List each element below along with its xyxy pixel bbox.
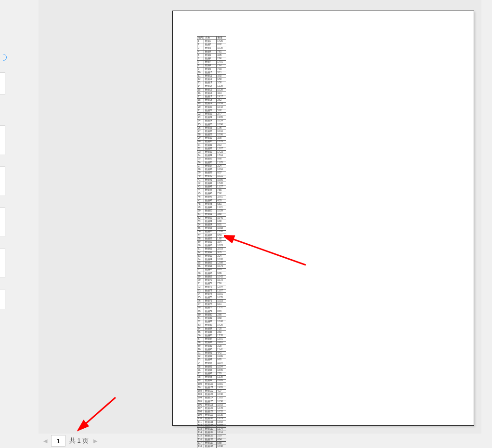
table-cell: 数据58 bbox=[204, 237, 217, 240]
table-cell: 2.24 bbox=[217, 164, 226, 168]
table-cell: 98 bbox=[197, 376, 204, 379]
table-cell: 数据33 bbox=[204, 151, 217, 154]
table-cell: 数据14 bbox=[204, 85, 217, 88]
table-cell: 2.24 bbox=[217, 254, 226, 258]
table-cell: 7.20 bbox=[217, 327, 226, 330]
table-cell: 数据92 bbox=[204, 355, 217, 358]
table-cell: 数据35 bbox=[204, 158, 217, 161]
table-cell: 14.20 bbox=[217, 324, 226, 327]
table-cell: 10.30 bbox=[217, 47, 226, 50]
table-cell: 23 bbox=[197, 116, 204, 119]
table-cell: 4.75 bbox=[217, 251, 226, 254]
table-cell: 114 bbox=[197, 431, 204, 435]
table-cell: 20 bbox=[197, 105, 204, 109]
table-cell: 36 bbox=[197, 161, 204, 164]
table-row: 65数据6512.60 bbox=[197, 262, 226, 265]
table-cell: 55 bbox=[197, 227, 204, 230]
table-cell: 77 bbox=[197, 303, 204, 306]
table-cell: 数据43 bbox=[204, 185, 217, 189]
table-cell: 数据70 bbox=[204, 279, 217, 282]
table-cell: 数据98 bbox=[204, 376, 217, 379]
table-cell: 10.92 bbox=[217, 403, 226, 407]
table-cell: 4.42 bbox=[217, 352, 226, 355]
table-cell: 数据65 bbox=[204, 262, 217, 265]
table-cell: 60 bbox=[197, 244, 204, 248]
table-cell: 数据2 bbox=[204, 43, 217, 47]
table-cell: 5.88 bbox=[217, 441, 226, 445]
table-row: 33数据3317.23 bbox=[197, 151, 226, 154]
table-row: 114数据11412.14 bbox=[197, 431, 226, 435]
table-cell: 10.68 bbox=[217, 320, 226, 324]
page-number-input[interactable] bbox=[51, 435, 65, 447]
table-cell: 10.06 bbox=[217, 133, 226, 137]
prev-page-button[interactable]: ◀ bbox=[41, 438, 49, 444]
table-row: 13数据135.50 bbox=[197, 81, 226, 85]
table-cell: 109 bbox=[197, 414, 204, 417]
table-cell: 15.72 bbox=[217, 279, 226, 282]
table-cell: 11.30 bbox=[217, 376, 226, 379]
table-cell: 数据24 bbox=[204, 119, 217, 123]
table-row: 84数据847.20 bbox=[197, 327, 226, 330]
table-cell: 数据31 bbox=[204, 144, 217, 147]
table-cell: 数据42 bbox=[204, 182, 217, 185]
table-cell: 79 bbox=[197, 310, 204, 313]
table-row: 66数据6615.73 bbox=[197, 265, 226, 268]
table-cell: 62 bbox=[197, 251, 204, 254]
table-cell: 106 bbox=[197, 403, 204, 407]
table-cell: 28 bbox=[197, 133, 204, 137]
table-cell: 数据91 bbox=[204, 352, 217, 355]
table-cell: 11.73 bbox=[217, 417, 226, 421]
table-cell: 85 bbox=[197, 330, 204, 334]
table-cell: 8.26 bbox=[217, 310, 226, 313]
table-row: 100数据10010.81 bbox=[197, 382, 226, 386]
table-cell: 数据63 bbox=[204, 254, 217, 258]
table-cell: 61 bbox=[197, 248, 204, 251]
table-cell: 1.60 bbox=[217, 237, 226, 240]
table-row: 51数据513.80 bbox=[197, 213, 226, 216]
table-row: 85数据852.60 bbox=[197, 330, 226, 334]
table-cell: 数据86 bbox=[204, 334, 217, 338]
next-page-button[interactable]: ▶ bbox=[91, 438, 99, 444]
table-row: 94数据9415.94 bbox=[197, 362, 226, 365]
table-cell: 数据56 bbox=[204, 230, 217, 234]
table-cell: 115 bbox=[197, 435, 204, 438]
table-cell: 32 bbox=[197, 147, 204, 151]
table-cell: 118 bbox=[197, 445, 204, 448]
table-row: 92数据9219.86 bbox=[197, 355, 226, 358]
table-row: 105数据10516.30 bbox=[197, 400, 226, 403]
table-cell: 54 bbox=[197, 224, 204, 227]
table-row: 61数据6122.53 bbox=[197, 248, 226, 251]
table-cell: 数据45 bbox=[204, 192, 217, 196]
table-cell: 42 bbox=[197, 182, 204, 185]
table-row: 88数据8819.61 bbox=[197, 341, 226, 344]
table-cell: 81 bbox=[197, 317, 204, 320]
table-cell: 12.92 bbox=[217, 421, 226, 424]
table-cell: 49 bbox=[197, 206, 204, 210]
table-cell: 25 bbox=[197, 123, 204, 126]
table-row: 24数据2416.24 bbox=[197, 119, 226, 123]
table-row: 30数据3017.15 bbox=[197, 140, 226, 144]
table-cell: 11.74 bbox=[217, 428, 226, 431]
table-row: 112数据11216.93 bbox=[197, 424, 226, 428]
table-row: 102数据1024.27 bbox=[197, 390, 226, 393]
table-cell: 4.13 bbox=[217, 92, 226, 95]
table-row: 27数据2710.34 bbox=[197, 130, 226, 133]
table-cell: 3.11 bbox=[217, 71, 226, 74]
table-cell: 15.65 bbox=[217, 379, 226, 382]
table-cell: 95 bbox=[197, 365, 204, 369]
table-cell: 11.05 bbox=[217, 161, 226, 164]
table-cell: 64 bbox=[197, 258, 204, 262]
table-row: 22数据222.77 bbox=[197, 113, 226, 116]
table-cell: 100 bbox=[197, 382, 204, 386]
table-cell: 56 bbox=[197, 230, 204, 234]
table-cell: 97 bbox=[197, 372, 204, 376]
table-cell: 17.15 bbox=[217, 140, 226, 144]
table-row: 106数据10610.92 bbox=[197, 403, 226, 407]
table-cell: 数据72 bbox=[204, 286, 217, 289]
table-cell: 数据100 bbox=[204, 382, 217, 386]
table-cell: 数据111 bbox=[204, 421, 217, 424]
table-cell: 数据95 bbox=[204, 365, 217, 369]
table-cell: 9.01 bbox=[217, 224, 226, 227]
table-cell: 10.30 bbox=[217, 393, 226, 396]
table-cell: 53 bbox=[197, 220, 204, 223]
